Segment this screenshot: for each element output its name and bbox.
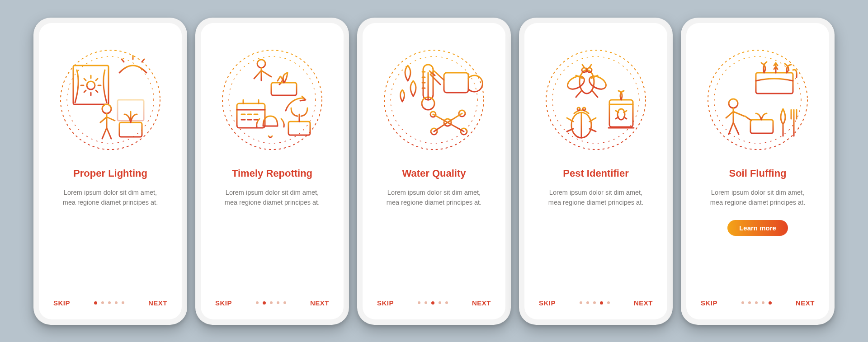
svg-point-32 bbox=[583, 108, 585, 110]
onboarding-screen: Water Quality Lorem ipsum dolor sit dim … bbox=[363, 23, 505, 319]
page-dot[interactable] bbox=[755, 301, 758, 304]
next-button[interactable]: NEXT bbox=[472, 299, 491, 307]
pest-icon bbox=[542, 46, 650, 154]
next-button[interactable]: NEXT bbox=[634, 299, 653, 307]
svg-point-27 bbox=[587, 68, 592, 72]
screen-title: Pest Identifier bbox=[563, 168, 628, 179]
skip-button[interactable]: SKIP bbox=[377, 299, 394, 307]
page-dot[interactable] bbox=[283, 301, 286, 304]
page-dot[interactable] bbox=[741, 301, 744, 304]
page-dots bbox=[256, 301, 286, 305]
phone-frame: Soil Fluffing Lorem ipsum dolor sit dim … bbox=[681, 18, 835, 325]
svg-point-26 bbox=[582, 68, 586, 72]
svg-point-34 bbox=[618, 109, 625, 120]
page-dots bbox=[418, 301, 448, 305]
onboarding-nav: SKIP NEXT bbox=[686, 299, 829, 307]
page-dot[interactable] bbox=[431, 301, 434, 305]
svg-point-3 bbox=[87, 81, 95, 89]
onboarding-screen: Pest Identifier Lorem ipsum dolor sit di… bbox=[524, 23, 667, 319]
onboarding-nav: SKIP NEXT bbox=[363, 299, 505, 307]
page-dot[interactable] bbox=[122, 301, 124, 304]
onboarding-stage: Proper Lighting Lorem ipsum dolor sit di… bbox=[33, 18, 835, 325]
page-dot[interactable] bbox=[94, 301, 97, 305]
water-icon bbox=[380, 46, 488, 154]
page-dot[interactable] bbox=[445, 301, 448, 304]
page-dot[interactable] bbox=[769, 301, 772, 305]
skip-button[interactable]: SKIP bbox=[53, 299, 70, 307]
page-dot[interactable] bbox=[263, 301, 266, 305]
page-dot[interactable] bbox=[586, 301, 589, 304]
screen-title: Water Quality bbox=[402, 168, 466, 179]
page-dot[interactable] bbox=[277, 301, 279, 304]
page-dot[interactable] bbox=[101, 301, 104, 304]
next-button[interactable]: NEXT bbox=[148, 299, 167, 307]
lighting-icon bbox=[56, 46, 165, 154]
page-dot[interactable] bbox=[256, 301, 259, 304]
svg-point-4 bbox=[102, 104, 111, 113]
svg-point-29 bbox=[587, 74, 609, 92]
onboarding-screen: Soil Fluffing Lorem ipsum dolor sit dim … bbox=[686, 23, 829, 319]
screen-title: Proper Lighting bbox=[73, 168, 147, 179]
page-dots bbox=[741, 301, 772, 305]
page-dot[interactable] bbox=[425, 301, 427, 304]
repotting-icon bbox=[218, 46, 326, 154]
svg-rect-11 bbox=[237, 103, 265, 128]
svg-rect-17 bbox=[444, 73, 468, 93]
screen-title: Timely Repotting bbox=[232, 168, 312, 179]
onboarding-nav: SKIP NEXT bbox=[39, 299, 182, 307]
screen-title: Soil Fluffing bbox=[729, 168, 786, 179]
skip-button[interactable]: SKIP bbox=[701, 299, 717, 307]
page-dot[interactable] bbox=[762, 301, 764, 304]
page-dot[interactable] bbox=[115, 301, 118, 304]
page-dot[interactable] bbox=[748, 301, 751, 304]
page-dot[interactable] bbox=[600, 301, 603, 305]
onboarding-screen: Proper Lighting Lorem ipsum dolor sit di… bbox=[39, 23, 182, 319]
svg-point-25 bbox=[580, 70, 594, 94]
svg-point-38 bbox=[729, 99, 738, 108]
screen-description: Lorem ipsum dolor sit dim amet, mea regi… bbox=[222, 187, 322, 208]
svg-point-9 bbox=[257, 60, 265, 68]
page-dots bbox=[94, 301, 124, 305]
phone-frame: Proper Lighting Lorem ipsum dolor sit di… bbox=[33, 18, 187, 325]
skip-button[interactable]: SKIP bbox=[215, 299, 232, 307]
onboarding-nav: SKIP NEXT bbox=[524, 299, 667, 307]
page-dot[interactable] bbox=[593, 301, 596, 304]
screen-description: Lorem ipsum dolor sit dim amet, mea regi… bbox=[384, 187, 484, 208]
svg-rect-39 bbox=[750, 120, 773, 133]
next-button[interactable]: NEXT bbox=[310, 299, 329, 307]
skip-button[interactable]: SKIP bbox=[539, 299, 556, 307]
next-button[interactable]: NEXT bbox=[796, 299, 815, 307]
phone-frame: Timely Repotting Lorem ipsum dolor sit d… bbox=[195, 18, 349, 325]
svg-rect-10 bbox=[271, 83, 297, 95]
page-dots bbox=[580, 301, 610, 305]
svg-point-28 bbox=[566, 74, 587, 92]
svg-rect-5 bbox=[119, 122, 142, 137]
page-dot[interactable] bbox=[439, 301, 441, 304]
screen-description: Lorem ipsum dolor sit dim amet, mea regi… bbox=[546, 187, 646, 208]
svg-rect-12 bbox=[288, 122, 310, 135]
phone-frame: Water Quality Lorem ipsum dolor sit dim … bbox=[357, 18, 511, 325]
soil-icon bbox=[703, 46, 812, 154]
phone-frame: Pest Identifier Lorem ipsum dolor sit di… bbox=[519, 18, 673, 325]
screen-description: Lorem ipsum dolor sit dim amet, mea regi… bbox=[708, 187, 807, 208]
page-dot[interactable] bbox=[580, 301, 582, 304]
page-dot[interactable] bbox=[270, 301, 273, 304]
onboarding-screen: Timely Repotting Lorem ipsum dolor sit d… bbox=[201, 23, 344, 319]
svg-rect-37 bbox=[756, 73, 793, 94]
page-dot[interactable] bbox=[607, 301, 610, 304]
page-dot[interactable] bbox=[418, 301, 420, 304]
svg-point-31 bbox=[577, 108, 580, 110]
screen-description: Lorem ipsum dolor sit dim amet, mea regi… bbox=[61, 187, 160, 208]
learn-more-button[interactable]: Learn more bbox=[727, 220, 788, 236]
page-dot[interactable] bbox=[108, 301, 111, 304]
onboarding-nav: SKIP NEXT bbox=[201, 299, 344, 307]
